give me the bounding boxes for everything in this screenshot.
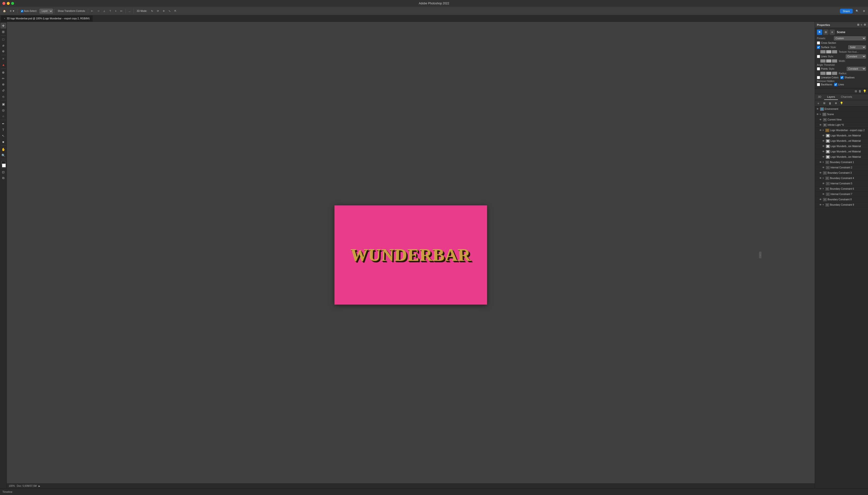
maximize-button[interactable] bbox=[11, 2, 14, 5]
eraser-tool[interactable]: ⎋ bbox=[0, 93, 6, 99]
auto-select-checkbox[interactable]: Auto-Select: bbox=[19, 9, 38, 13]
quick-mask-tool[interactable]: ⊡ bbox=[0, 169, 6, 175]
lines-swatch-2[interactable] bbox=[826, 59, 832, 63]
shadows-checkbox[interactable] bbox=[840, 76, 844, 79]
layer-vis-infinite-light[interactable]: 👁 bbox=[819, 123, 822, 127]
properties-gear-icon[interactable]: ⚙ bbox=[864, 23, 866, 27]
share-button[interactable]: Share bbox=[840, 9, 853, 14]
artboard-tool[interactable]: ⊞ bbox=[0, 29, 6, 35]
shape-tool[interactable]: ■ bbox=[0, 139, 6, 145]
scene-tab-environment[interactable]: ⚑ bbox=[817, 30, 822, 35]
layer-vis-current-view[interactable]: 👁 bbox=[819, 118, 822, 121]
canvas[interactable]: WUNDERBAR bbox=[334, 205, 487, 305]
points-swatch-2[interactable] bbox=[826, 72, 832, 75]
surface-color-swatch[interactable] bbox=[820, 50, 825, 53]
layer-boundary-1[interactable]: 👁 ▼ ⊂ Boundary Constraint 1 bbox=[815, 160, 868, 165]
layer-material-3[interactable]: 👁 ⬜ Logo Wunderb...ion Material bbox=[815, 144, 868, 149]
layer-boundary-8[interactable]: 👁 ⊂ Boundary Constraint 8 bbox=[815, 197, 868, 202]
hand-tool[interactable]: ✋ bbox=[0, 147, 6, 152]
minimize-button[interactable] bbox=[7, 2, 10, 5]
layer-material-4[interactable]: 👁 ⬜ Logo Wunderb...vel Material bbox=[815, 149, 868, 154]
crop-tool[interactable]: ⌗ bbox=[0, 56, 6, 62]
layer-vis-internal-5[interactable]: 👁 bbox=[822, 182, 825, 185]
align-left-icon[interactable]: ⊢ bbox=[89, 9, 95, 13]
surface-style-select[interactable]: Solid bbox=[848, 45, 866, 49]
layer-vis-internal-7[interactable]: 👁 bbox=[822, 192, 825, 196]
linearize-colors-checkbox[interactable] bbox=[817, 76, 820, 79]
pen-tool[interactable]: ✒ bbox=[0, 121, 6, 126]
lines-check-checkbox[interactable] bbox=[834, 83, 837, 86]
boundary6-expand-arrow[interactable]: ▼ bbox=[822, 188, 824, 190]
3d-rotate-icon[interactable]: ↻ bbox=[150, 9, 154, 13]
align-top-icon[interactable]: ⊤ bbox=[108, 9, 113, 13]
zoom-tool[interactable]: 🔍 bbox=[0, 152, 6, 158]
layer-boundary-3[interactable]: 👁 ⊂ Boundary Constraint 3 bbox=[815, 170, 868, 176]
layers-delete-icon[interactable]: 🗑 bbox=[828, 101, 832, 106]
healing-tool[interactable]: ⊕ bbox=[0, 69, 6, 75]
layer-internal-2[interactable]: 👁 ○ Internal Constraint 2 bbox=[815, 165, 868, 170]
align-center-icon[interactable]: ⊣ bbox=[96, 9, 101, 13]
move-tool-icon[interactable]: ✛ ▼ bbox=[8, 9, 16, 13]
points-checkbox[interactable] bbox=[817, 67, 820, 70]
boundary4-expand-arrow[interactable]: ▼ bbox=[822, 177, 824, 179]
layer-vis-boundary-8[interactable]: 👁 bbox=[819, 198, 822, 201]
tab-channels[interactable]: Channels bbox=[838, 94, 855, 100]
marquee-tool[interactable]: □ bbox=[0, 36, 6, 42]
surface-swatch-3[interactable] bbox=[832, 50, 837, 53]
layer-vis-scene[interactable]: 👁 bbox=[816, 113, 819, 116]
layer-vis-boundary-9[interactable]: 👁 bbox=[819, 203, 822, 207]
lines-swatch-3[interactable] bbox=[832, 59, 837, 63]
layer-vis-internal-2[interactable]: 👁 bbox=[822, 166, 825, 169]
arrow-icon[interactable]: ▶ bbox=[38, 485, 40, 487]
scene-tab-settings[interactable]: ⚙ bbox=[823, 30, 829, 35]
lines-swatch[interactable] bbox=[820, 59, 825, 63]
layer-current-view[interactable]: 👁 📷 Current View bbox=[815, 117, 868, 122]
presets-select[interactable]: Custom bbox=[834, 36, 866, 40]
panel-action-light[interactable]: 💡 bbox=[863, 89, 867, 93]
gradient-tool[interactable]: ▣ bbox=[0, 101, 6, 107]
3d-slide-icon[interactable]: ⤡ bbox=[167, 9, 172, 13]
cross-section-checkbox[interactable] bbox=[817, 41, 820, 45]
layer-vis-boundary-3[interactable]: 👁 bbox=[819, 171, 822, 175]
layer-material-2[interactable]: 👁 ⬜ Logo Wunderb...vel Material bbox=[815, 138, 868, 144]
logo-expand-arrow[interactable]: ▼ bbox=[822, 129, 824, 131]
lines-style-select[interactable]: Constant bbox=[846, 54, 866, 58]
points-swatch-3[interactable] bbox=[832, 72, 837, 75]
blur-tool[interactable]: ◎ bbox=[0, 107, 6, 113]
move-tool[interactable]: ✛ bbox=[0, 23, 6, 29]
layer-vis-environment[interactable]: 👁 bbox=[816, 107, 819, 111]
distribute-h-icon[interactable]: ⊨ bbox=[119, 9, 124, 13]
layer-vis-boundary-6[interactable]: 👁 bbox=[819, 187, 822, 191]
home-icon[interactable]: 🏠 bbox=[1, 9, 7, 13]
points-swatch[interactable] bbox=[820, 72, 825, 75]
brush-tool[interactable]: ✏ bbox=[0, 75, 6, 81]
3d-roll-icon[interactable]: ⟳ bbox=[155, 9, 160, 13]
more-btn[interactable]: ... bbox=[127, 9, 132, 13]
history-brush-tool[interactable]: ↺ bbox=[0, 88, 6, 93]
eyedropper-tool[interactable]: 🔺 bbox=[0, 62, 6, 68]
boundary1-expand-arrow[interactable]: ▼ bbox=[822, 161, 824, 163]
backfaces-checkbox[interactable] bbox=[817, 83, 820, 86]
tab-layers[interactable]: Layers bbox=[824, 94, 838, 100]
layer-material-5[interactable]: 👁 ⬜ Logo Wunderb...ion Material bbox=[815, 154, 868, 160]
surface-swatch-2[interactable] bbox=[826, 50, 832, 53]
layer-vis-boundary-1[interactable]: 👁 bbox=[819, 161, 822, 164]
layer-vis-material-4[interactable]: 👁 bbox=[822, 150, 825, 153]
layer-vis-boundary-4[interactable]: 👁 bbox=[819, 176, 822, 180]
clone-tool[interactable]: ✲ bbox=[0, 82, 6, 87]
layer-vis-material-3[interactable]: 👁 bbox=[822, 145, 825, 148]
surface-checkbox[interactable] bbox=[817, 46, 820, 49]
layer-environment[interactable]: 👁 🌐 Environment bbox=[815, 106, 868, 112]
lasso-tool[interactable]: ⌀ bbox=[0, 42, 6, 48]
background-color[interactable] bbox=[2, 164, 6, 167]
properties-grid-icon[interactable]: ⊞ bbox=[857, 23, 859, 27]
collapse-panel-btn[interactable]: ‹ bbox=[759, 252, 761, 258]
layer-select[interactable]: Layer bbox=[39, 9, 53, 14]
document-tab[interactable]: × 3D logo Wunderbar.psd @ 100% (Logo Wun… bbox=[1, 16, 93, 21]
3d-pan-icon[interactable]: ✛ bbox=[161, 9, 166, 13]
scene-tab-light[interactable]: ☀ bbox=[830, 30, 835, 35]
layer-scene[interactable]: 👁 ▼ ⬡ Scene bbox=[815, 112, 868, 117]
dodge-tool[interactable]: ○ bbox=[0, 113, 6, 119]
panel-action-copy[interactable]: ⊞ bbox=[855, 89, 857, 93]
layer-vis-material-5[interactable]: 👁 bbox=[822, 155, 825, 159]
